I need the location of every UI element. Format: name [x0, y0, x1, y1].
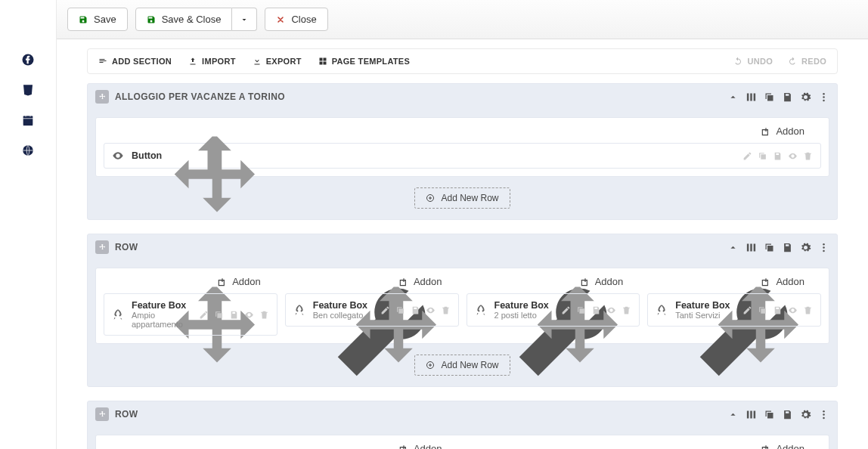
columns-icon[interactable]	[746, 242, 757, 253]
addon-button[interactable]: Addon	[217, 276, 261, 287]
addon-card[interactable]: Feature Box 2 posti letto	[467, 293, 640, 327]
duplicate-icon[interactable]	[764, 91, 775, 103]
page-templates-button[interactable]: PAGE TEMPLATES	[318, 57, 410, 66]
section-drag-handle[interactable]	[95, 407, 109, 421]
feature-icon	[112, 308, 124, 320]
copy-icon[interactable]	[758, 151, 767, 161]
duplicate-icon[interactable]	[764, 409, 775, 420]
visibility-icon[interactable]	[788, 305, 798, 315]
column-settings-icon[interactable]	[811, 277, 821, 287]
save-section-icon[interactable]	[782, 91, 793, 103]
save-icon[interactable]	[591, 305, 601, 315]
copy-icon[interactable]	[576, 305, 586, 315]
save-section-icon[interactable]	[782, 242, 793, 253]
save-icon[interactable]	[773, 305, 783, 315]
drag-handle-icon[interactable]	[104, 444, 113, 450]
addon-subtitle: Tanti Servizi	[675, 311, 735, 320]
save-dropdown-button[interactable]	[232, 8, 257, 31]
column-settings-icon[interactable]	[448, 277, 459, 287]
settings-icon[interactable]	[800, 242, 811, 253]
visibility-icon[interactable]	[426, 305, 436, 315]
delete-icon[interactable]	[259, 310, 269, 320]
save-icon[interactable]	[411, 305, 420, 315]
delete-icon[interactable]	[622, 305, 631, 315]
drag-handle-icon[interactable]	[647, 277, 656, 286]
more-icon[interactable]	[818, 91, 829, 103]
copy-icon[interactable]	[214, 310, 224, 320]
edit-icon[interactable]	[380, 305, 390, 315]
settings-icon[interactable]	[800, 91, 811, 103]
drag-handle-icon[interactable]	[285, 277, 294, 286]
add-section-button[interactable]: ADD SECTION	[98, 57, 172, 66]
addon-button[interactable]: Addon	[761, 125, 804, 137]
drag-handle-icon[interactable]	[104, 277, 113, 286]
edit-icon[interactable]	[742, 151, 752, 161]
section-title: ROW	[115, 409, 138, 420]
edit-icon[interactable]	[561, 305, 571, 315]
globe-icon[interactable]	[21, 144, 35, 157]
export-button[interactable]: EXPORT	[253, 57, 302, 66]
collapse-icon[interactable]	[727, 91, 739, 103]
import-button[interactable]: IMPORT	[188, 57, 236, 66]
copy-icon[interactable]	[395, 305, 405, 315]
addon-mini-tools	[380, 305, 451, 315]
column: Addon Feature Box Ben collegato	[285, 276, 459, 336]
drag-handle-icon[interactable]	[104, 127, 113, 136]
column-settings-icon[interactable]	[629, 277, 640, 287]
row-card: Addon Button	[95, 117, 829, 177]
more-icon[interactable]	[818, 242, 829, 253]
section: ALLOGGIO PER VACANZE A TORINO Addon Butt…	[87, 83, 838, 220]
drag-handle-icon[interactable]	[467, 277, 476, 286]
addon-button[interactable]: Addon	[580, 276, 624, 287]
redo-button[interactable]: REDO	[788, 57, 826, 66]
addon-button[interactable]: Addon	[398, 443, 442, 449]
save-section-icon[interactable]	[782, 409, 793, 420]
addon-card[interactable]: Feature Box Ampio appartamento	[104, 293, 277, 336]
addon-mini-tools	[199, 310, 269, 320]
visibility-icon[interactable]	[788, 151, 798, 161]
row-card: Addon Feature Box Ampio appartamento Add…	[95, 268, 829, 344]
columns-icon[interactable]	[746, 409, 757, 420]
duplicate-icon[interactable]	[764, 242, 775, 253]
addon-button[interactable]: Addon	[761, 443, 804, 449]
save-close-button[interactable]: Save & Close	[135, 8, 233, 31]
column-settings-icon[interactable]	[811, 444, 821, 450]
save-button[interactable]: Save	[67, 8, 128, 31]
column-settings-icon[interactable]	[267, 277, 277, 287]
visibility-icon[interactable]	[606, 305, 616, 315]
section-drag-handle[interactable]	[95, 90, 109, 104]
section-drag-handle[interactable]	[95, 240, 109, 254]
close-button[interactable]: Close	[265, 8, 327, 31]
addon-mini-tools	[742, 305, 813, 315]
addon-title: Feature Box	[675, 300, 735, 311]
edit-icon[interactable]	[742, 305, 752, 315]
delete-icon[interactable]	[441, 305, 451, 315]
save-icon[interactable]	[773, 151, 783, 161]
column-settings-icon[interactable]	[811, 126, 821, 137]
delete-icon[interactable]	[803, 151, 813, 161]
add-new-row-button[interactable]: Add New Row	[414, 187, 510, 209]
button-icon	[112, 150, 124, 162]
column-settings-icon[interactable]	[448, 444, 459, 450]
addon-card[interactable]: Feature Box Tanti Servizi	[647, 293, 821, 327]
undo-button[interactable]: UNDO	[733, 57, 773, 66]
collapse-icon[interactable]	[727, 409, 739, 420]
save-close-label: Save & Close	[162, 14, 222, 25]
visibility-icon[interactable]	[244, 310, 254, 320]
edit-icon[interactable]	[199, 310, 209, 320]
column: Addon Feature Box Tanti Servizi	[647, 276, 821, 336]
addon-title: Button	[132, 150, 735, 161]
drag-handle-icon[interactable]	[467, 444, 476, 450]
columns-icon[interactable]	[746, 91, 757, 103]
addon-card[interactable]: Feature Box Ben collegato	[285, 293, 459, 327]
collapse-icon[interactable]	[727, 242, 739, 253]
settings-icon[interactable]	[800, 409, 811, 420]
addon-subtitle: Ben collegato	[313, 311, 373, 320]
more-icon[interactable]	[818, 409, 829, 420]
addon-button[interactable]: Addon	[398, 276, 442, 287]
addon-title: Feature Box	[313, 300, 373, 311]
copy-icon[interactable]	[758, 305, 767, 315]
save-icon[interactable]	[229, 310, 239, 320]
delete-icon[interactable]	[803, 305, 813, 315]
addon-button[interactable]: Addon	[761, 276, 804, 287]
